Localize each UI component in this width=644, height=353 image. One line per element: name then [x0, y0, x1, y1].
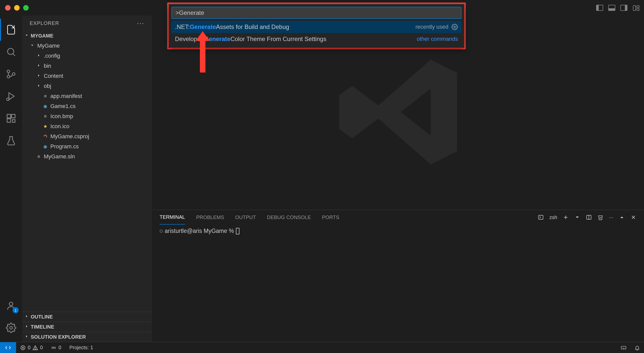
- sidebar-collapsed-sections: OUTLINETIMELINESOLUTION EXPLORER: [22, 312, 152, 342]
- split-terminal-icon[interactable]: [586, 214, 592, 220]
- tree-item-label: Icon.bmp: [50, 113, 73, 120]
- folder-item[interactable]: Content: [22, 71, 152, 81]
- run-debug-activity-icon[interactable]: [0, 85, 22, 107]
- testing-activity-icon[interactable]: [0, 129, 22, 152]
- command-palette-highlight: .NET: Generate Assets for Build and Debu…: [167, 3, 466, 49]
- minimize-window-button[interactable]: [14, 5, 20, 11]
- file-item[interactable]: ★Icon.ico: [22, 121, 152, 131]
- projects-status[interactable]: Projects: 1: [65, 345, 97, 350]
- toggle-primary-sidebar-icon[interactable]: [596, 5, 603, 11]
- window-controls: [5, 5, 29, 11]
- status-bar: 0 0 0 Projects: 1: [0, 342, 644, 353]
- svg-rect-0: [633, 6, 636, 11]
- chevron-right-icon: [24, 334, 30, 340]
- ports-count: 0: [58, 345, 61, 350]
- svg-point-3: [8, 48, 14, 55]
- svg-point-5: [7, 70, 10, 73]
- folder-item[interactable]: .config: [22, 51, 152, 61]
- explorer-root-label: MYGAME: [31, 33, 53, 39]
- sidebar-title: EXPLORER: [30, 20, 59, 26]
- panel-tab-ports[interactable]: PORTS: [322, 210, 339, 225]
- panel-actions: zsh ···: [538, 214, 636, 220]
- tree-item-label: obj: [44, 83, 51, 89]
- panel-tab-debug-console[interactable]: DEBUG CONSOLE: [267, 210, 311, 225]
- panel-more-icon[interactable]: ···: [609, 215, 613, 220]
- chevron-down-icon: [24, 33, 30, 39]
- new-terminal-icon[interactable]: [563, 214, 569, 220]
- keyboard-status-icon[interactable]: [617, 345, 630, 350]
- tree-item-label: Program.cs: [50, 143, 79, 150]
- command-meta: recently used: [415, 24, 458, 30]
- settings-activity-icon[interactable]: [0, 317, 22, 339]
- folder-item[interactable]: obj: [22, 81, 152, 91]
- terminal-profile-icon[interactable]: [538, 214, 544, 220]
- extensions-activity-icon[interactable]: [0, 107, 22, 129]
- explorer-section-header[interactable]: MYGAME: [22, 31, 152, 41]
- warnings-count: 0: [40, 345, 43, 350]
- terminal-dropdown-icon[interactable]: [574, 214, 580, 220]
- panel-tab-terminal[interactable]: TERMINAL: [160, 210, 185, 225]
- notifications-status-icon[interactable]: [630, 345, 644, 350]
- terminal-status-icon: [160, 230, 163, 233]
- toggle-secondary-sidebar-icon[interactable]: [620, 5, 627, 11]
- file-item[interactable]: ◉Program.cs: [22, 142, 152, 152]
- errors-count: 0: [28, 345, 30, 350]
- svg-rect-30: [621, 346, 626, 349]
- maximize-panel-icon[interactable]: [619, 214, 625, 220]
- sidebar-header: EXPLORER ···: [22, 16, 152, 31]
- customize-layout-icon[interactable]: [632, 5, 639, 11]
- tree-item-label: Icon.ico: [50, 123, 69, 130]
- folder-item[interactable]: bin: [22, 61, 152, 71]
- layout-controls: [596, 5, 639, 11]
- svg-point-15: [9, 302, 13, 306]
- accounts-activity-icon[interactable]: 1: [0, 295, 22, 317]
- command-palette-item[interactable]: Developer: Generate Color Theme From Cur…: [171, 33, 461, 45]
- kill-terminal-icon[interactable]: [597, 214, 603, 220]
- tree-item-label: Game1.cs: [50, 103, 76, 110]
- svg-point-28: [35, 349, 35, 349]
- section-label: SOLUTION EXPLORER: [31, 334, 86, 340]
- command-meta: other commands: [417, 36, 458, 42]
- tree-item-label: MyGame.sln: [44, 153, 75, 160]
- svg-rect-13: [12, 120, 15, 122]
- terminal-shell-label: zsh: [549, 215, 557, 220]
- close-panel-icon[interactable]: [630, 214, 636, 220]
- gear-icon[interactable]: [451, 24, 458, 30]
- panel-tab-problems[interactable]: PROBLEMS: [196, 210, 224, 225]
- folder-item[interactable]: MyGame: [22, 41, 152, 51]
- command-palette-input[interactable]: [171, 7, 461, 19]
- file-item[interactable]: ≡app.manifest: [22, 91, 152, 101]
- command-label: .NET: Generate Assets for Build and Debu…: [175, 23, 289, 30]
- file-item[interactable]: ◉Game1.cs: [22, 101, 152, 111]
- terminal-body[interactable]: aristurtle@aris MyGame %: [152, 225, 644, 342]
- remote-indicator[interactable]: [0, 342, 16, 353]
- collapsed-section[interactable]: TIMELINE: [22, 322, 152, 332]
- tree-item-label: MyGame.csproj: [50, 133, 89, 140]
- panel-tabs: TERMINALPROBLEMSOUTPUTDEBUG CONSOLEPORTS…: [152, 210, 644, 225]
- sidebar-more-icon[interactable]: ···: [137, 19, 144, 27]
- toggle-panel-icon[interactable]: [608, 5, 615, 11]
- accounts-badge: 1: [13, 307, 19, 313]
- source-control-activity-icon[interactable]: [0, 63, 22, 85]
- ports-status[interactable]: 0: [47, 345, 65, 350]
- collapsed-section[interactable]: OUTLINE: [22, 312, 152, 322]
- tree-item-label: app.manifest: [50, 93, 82, 99]
- command-palette-item[interactable]: .NET: Generate Assets for Build and Debu…: [171, 21, 461, 33]
- file-item[interactable]: ≡MyGame.sln: [22, 152, 152, 162]
- section-label: OUTLINE: [31, 314, 53, 320]
- maximize-window-button[interactable]: [23, 5, 29, 11]
- file-item[interactable]: MyGame.csproj: [22, 131, 152, 142]
- errors-status[interactable]: 0 0: [16, 345, 47, 350]
- chevron-right-icon: [24, 314, 30, 320]
- file-item[interactable]: ≡Icon.bmp: [22, 111, 152, 121]
- tree-item-label: .config: [44, 53, 60, 59]
- close-window-button[interactable]: [5, 5, 11, 11]
- collapsed-section[interactable]: SOLUTION EXPLORER: [22, 332, 152, 342]
- search-activity-icon[interactable]: [0, 41, 22, 63]
- projects-label: Projects: 1: [69, 345, 93, 350]
- file-tree: MyGame.configbinContentobj≡app.manifest◉…: [22, 41, 152, 312]
- panel-tab-output[interactable]: OUTPUT: [235, 210, 256, 225]
- tree-item-label: Content: [44, 73, 63, 79]
- explorer-activity-icon[interactable]: [0, 19, 22, 41]
- bottom-panel: TERMINALPROBLEMSOUTPUTDEBUG CONSOLEPORTS…: [152, 210, 644, 342]
